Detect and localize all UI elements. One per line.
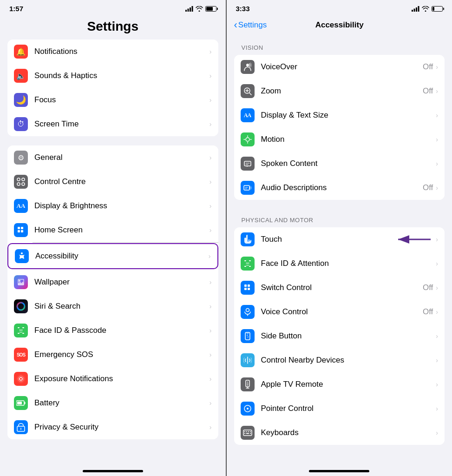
left-scroll-area[interactable]: 🔔 Notifications › 🔈 Sounds & Haptics › 🌙…: [0, 40, 226, 467]
svg-rect-0: [185, 10, 187, 12]
settings-item-voiceover[interactable]: VoiceOver Off ›: [234, 55, 445, 79]
right-page-title: Accessibility: [267, 20, 412, 30]
svg-point-7: [22, 183, 25, 185]
svg-point-19: [20, 330, 20, 331]
settings-item-sidebutton[interactable]: Side Button ›: [234, 324, 445, 348]
battery-settings-svg: [16, 400, 26, 406]
displaybrightness-chevron: ›: [210, 202, 212, 210]
svg-point-23: [18, 376, 24, 382]
settings-item-wallpaper[interactable]: Wallpaper ›: [7, 270, 218, 294]
keyboards-label: Keyboards: [261, 428, 436, 437]
svg-point-4: [17, 178, 20, 181]
sounds-chevron: ›: [210, 72, 212, 79]
settings-item-switchcontrol[interactable]: Switch Control Off ›: [234, 276, 445, 300]
settings-item-keyboards[interactable]: Keyboards ›: [234, 421, 445, 445]
wallpaper-label: Wallpaper: [34, 278, 210, 287]
controlnearby-icon: [241, 353, 255, 367]
settings-item-appletv[interactable]: Apple TV Remote ›: [234, 372, 445, 397]
audiodesc-icon: [241, 181, 255, 195]
svg-rect-42: [244, 185, 249, 190]
back-chevron-icon: ‹: [234, 19, 237, 31]
left-page-header: Settings: [0, 15, 226, 40]
settings-item-homescreen[interactable]: Home Screen ›: [7, 218, 218, 242]
accessibility-header: ‹ Settings Accessibility: [227, 15, 452, 37]
settings-item-exposure[interactable]: Exposure Notifications ›: [7, 367, 218, 391]
svg-point-51: [246, 263, 247, 264]
settings-item-touch[interactable]: Touch ›: [234, 227, 445, 251]
settings-item-audiodesc[interactable]: Audio Descriptions Off ›: [234, 176, 445, 200]
switchcontrol-label: Switch Control: [261, 283, 423, 292]
settings-item-motion[interactable]: Motion ›: [234, 127, 445, 152]
wallpaper-svg: [17, 278, 25, 286]
settings-item-notifications[interactable]: 🔔 Notifications ›: [7, 40, 218, 64]
homescreen-svg: [17, 226, 25, 234]
voiceover-svg: [243, 62, 252, 72]
settings-item-emergency[interactable]: SOS Emergency SOS ›: [7, 343, 218, 367]
back-button[interactable]: ‹ Settings: [234, 19, 267, 31]
general-label: General: [34, 153, 210, 162]
zoom-icon: [241, 84, 255, 98]
settings-item-screentime[interactable]: ⏱ Screen Time ›: [7, 112, 218, 136]
svg-rect-17: [18, 333, 20, 334]
faceidatt-svg: [243, 259, 252, 268]
settings-item-siri[interactable]: Siri & Search ›: [7, 294, 218, 318]
voicecontrol-label: Voice Control: [261, 307, 423, 317]
svg-rect-49: [244, 266, 246, 267]
left-home-indicator: [83, 470, 143, 472]
keyboards-svg: [243, 430, 252, 436]
settings-item-controlnearby[interactable]: Control Nearby Devices ›: [234, 348, 445, 372]
controlnearby-label: Control Nearby Devices: [261, 356, 436, 365]
right-wifi-icon: [422, 6, 429, 12]
settings-item-faceidpasscode[interactable]: Face ID & Passcode ›: [7, 318, 218, 343]
svg-rect-75: [250, 431, 251, 432]
svg-line-35: [249, 93, 251, 95]
spokencontent-icon: [241, 157, 255, 171]
signal-icon: [185, 6, 193, 12]
svg-rect-2: [190, 7, 191, 12]
svg-rect-16: [22, 327, 24, 328]
right-scroll-area[interactable]: VISION VoiceOver Off ›: [227, 37, 452, 467]
voicecontrol-chevron: ›: [436, 308, 438, 316]
faceidpasscode-icon: [14, 324, 28, 337]
homescreen-label: Home Screen: [34, 225, 210, 235]
accessibility-label: Accessibility: [35, 251, 209, 261]
settings-item-privacy[interactable]: Privacy & Security ›: [7, 415, 218, 439]
settings-item-zoom[interactable]: Zoom Off ›: [234, 79, 445, 103]
zoom-value: Off: [423, 86, 433, 96]
svg-point-20: [22, 330, 23, 331]
voicecontrol-svg: [243, 308, 252, 316]
settings-item-general[interactable]: ⚙ General ›: [7, 145, 218, 170]
focus-chevron: ›: [210, 96, 212, 104]
settings-item-displaybrightness[interactable]: AA Display & Brightness ›: [7, 194, 218, 218]
screentime-chevron: ›: [210, 120, 212, 128]
faceidatt-label: Face ID & Attention: [261, 259, 436, 268]
svg-rect-27: [17, 402, 22, 404]
focus-label: Focus: [34, 95, 210, 105]
general-chevron: ›: [210, 154, 212, 161]
svg-point-13: [19, 280, 20, 282]
appletv-chevron: ›: [436, 381, 438, 388]
settings-item-accessibility[interactable]: Accessibility ›: [7, 243, 218, 269]
displaytextsize-label: Display & Text Size: [261, 111, 436, 120]
right-battery-icon: [432, 6, 443, 12]
settings-item-displaytextsize[interactable]: AA Display & Text Size ›: [234, 103, 445, 127]
svg-rect-11: [21, 230, 23, 232]
exposure-label: Exposure Notifications: [34, 374, 210, 383]
settings-item-controlcentre[interactable]: Control Centre ›: [7, 170, 218, 194]
settings-item-faceidatt[interactable]: Face ID & Attention ›: [234, 251, 445, 276]
nearby-svg: [243, 356, 252, 364]
svg-rect-10: [18, 230, 20, 232]
settings-item-sounds[interactable]: 🔈 Sounds & Haptics ›: [7, 64, 218, 88]
voiceover-chevron: ›: [436, 63, 438, 71]
notifications-icon: 🔔: [14, 45, 28, 59]
voiceover-icon: [241, 60, 255, 74]
svg-rect-29: [412, 10, 413, 12]
faceidatt-chevron: ›: [436, 260, 438, 267]
svg-point-5: [22, 178, 25, 181]
settings-item-voicecontrol[interactable]: Voice Control Off ›: [234, 300, 445, 324]
screentime-icon: ⏱: [14, 117, 28, 131]
settings-item-battery[interactable]: Battery ›: [7, 391, 218, 415]
settings-item-pointercontrol[interactable]: Pointer Control ›: [234, 397, 445, 421]
settings-item-focus[interactable]: 🌙 Focus ›: [7, 88, 218, 112]
settings-item-spokencontent[interactable]: Spoken Content ›: [234, 152, 445, 176]
